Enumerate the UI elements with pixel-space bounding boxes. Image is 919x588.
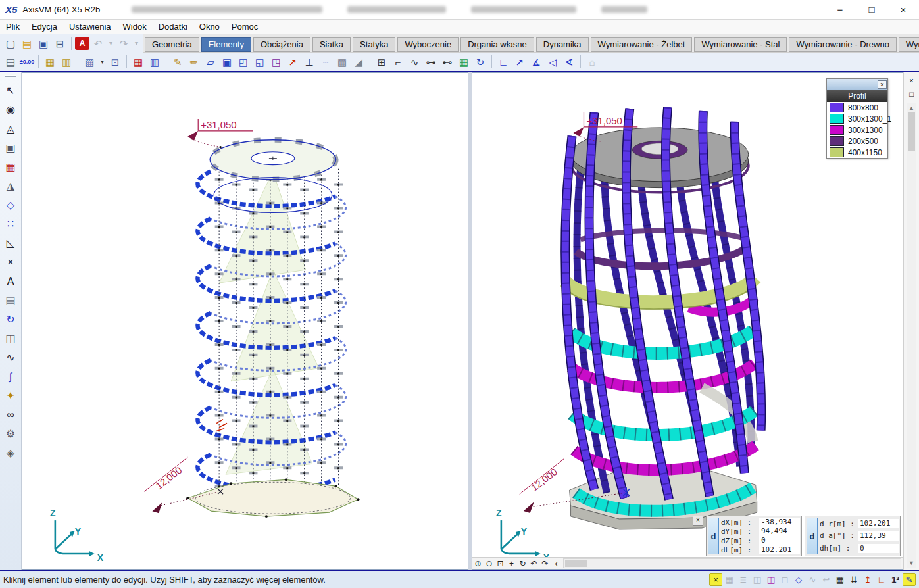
snap-intersection-icon[interactable]: × — [709, 573, 722, 586]
tab-obciazenia[interactable]: Obciążenia — [253, 37, 310, 52]
tab-statyka[interactable]: Statyka — [353, 37, 395, 52]
help-library-icon[interactable]: ▧ — [82, 54, 97, 70]
zoom-icon[interactable]: ◉ — [2, 103, 19, 117]
surface-element-icon[interactable]: ▩ — [334, 54, 350, 70]
reference-axis-icon[interactable]: ∡ — [528, 54, 544, 70]
maximize-button[interactable]: □ — [856, 0, 887, 19]
tab-elementy[interactable]: Elementy — [201, 37, 251, 52]
workplane-toggle-icon[interactable]: ◇ — [792, 573, 805, 586]
legend-item[interactable]: 800x800 — [827, 102, 887, 113]
collapse-viewbar-icon[interactable]: ‹ — [551, 558, 562, 569]
intersect-icon[interactable]: × — [2, 255, 19, 270]
menu-ustawienia[interactable]: Ustawienia — [63, 20, 117, 34]
dof-icon[interactable]: ↻ — [472, 54, 488, 70]
geometry-tools-icon[interactable]: ◺ — [2, 236, 19, 251]
display-mode-icon[interactable]: ▣ — [2, 141, 19, 155]
pane-close-icon[interactable]: × — [906, 75, 917, 86]
background-layer-icon[interactable]: ▤ — [2, 293, 19, 308]
legend-item[interactable]: 300x1300_1 — [827, 113, 887, 124]
legend-close-icon[interactable]: × — [878, 80, 887, 89]
rotate-view-icon[interactable]: ↻ — [517, 558, 528, 569]
cross-section-table-icon[interactable]: ▥ — [147, 54, 162, 70]
menu-edycja[interactable]: Edycja — [26, 20, 63, 34]
reference-angle-icon[interactable]: ∢ — [561, 54, 577, 70]
views-icon[interactable]: ◬ — [2, 122, 19, 136]
layer-manager-icon[interactable]: ▤ — [3, 54, 18, 70]
draw-toggle-icon[interactable]: ✎ — [903, 573, 916, 586]
horizontal-scrollbar[interactable] — [563, 558, 901, 568]
tab-dynamika[interactable]: Dynamika — [536, 37, 589, 52]
tab-geometria[interactable]: Geometria — [145, 37, 199, 52]
selection-frame-icon[interactable]: ◻ — [778, 573, 791, 586]
undo-menu-icon[interactable]: ▾ — [107, 36, 115, 51]
pane-maximize-icon[interactable]: □ — [906, 89, 917, 100]
reference-plane-icon[interactable]: ◁ — [545, 54, 560, 70]
model-info-icon[interactable]: ◈ — [2, 446, 19, 460]
help-library-menu-icon[interactable]: ▾ — [98, 54, 107, 70]
section-line-icon[interactable]: ∿ — [806, 573, 819, 586]
virtual-beam-icon[interactable]: ∫ — [2, 370, 19, 384]
pan-icon[interactable]: + — [506, 558, 517, 569]
scroll-up-icon[interactable]: ▲ — [908, 103, 914, 112]
local-axes-icon[interactable]: ∟ — [875, 573, 888, 586]
zoom-in-icon[interactable]: ⊕ — [472, 558, 484, 569]
scroll-down-icon[interactable]: ▼ — [908, 558, 914, 568]
redo-menu-icon[interactable]: ▾ — [132, 36, 141, 51]
frame-builder-icon[interactable]: ⊞ — [374, 54, 389, 70]
redo-icon[interactable]: ↷ — [116, 36, 132, 51]
vertical-scrollbar[interactable]: ▲ ▼ — [907, 103, 916, 568]
legend-item[interactable]: 200x500 — [827, 135, 887, 147]
load-value-icon[interactable]: ↥ — [861, 573, 874, 586]
drawing-library-icon[interactable]: ⊡ — [107, 54, 123, 70]
scrollbar-thumb[interactable] — [565, 560, 587, 567]
sections-icon[interactable]: ∿ — [2, 351, 19, 365]
report-maker-icon[interactable]: ▥ — [59, 54, 74, 70]
redo-view-icon[interactable]: ↷ — [539, 558, 551, 569]
tab-wyboczenie[interactable]: Wyboczenie — [397, 37, 459, 52]
tab-wymiarowanie-zelbet[interactable]: Wymiarowanie - Żelbet — [591, 37, 693, 52]
domain-union-icon[interactable]: ◰ — [236, 54, 251, 70]
parts-display-icon[interactable]: ◫ — [751, 573, 764, 586]
numbering-icon[interactable]: 1² — [889, 573, 902, 586]
menu-pomoc[interactable]: Pomoc — [226, 20, 264, 34]
tab-wymiarowanie-stal[interactable]: Wymiarowanie - Stal — [694, 37, 787, 52]
rigid-element-icon[interactable]: ⌐ — [390, 54, 406, 70]
undo-icon[interactable]: ↶ — [90, 36, 106, 51]
selection-icon[interactable]: ↖ — [2, 84, 19, 98]
nodal-support-icon[interactable]: ⊥ — [301, 54, 317, 70]
scrollbar-thumb[interactable] — [908, 112, 915, 151]
menu-okno[interactable]: Okno — [193, 20, 226, 34]
storey-icon[interactable]: ⌂ — [584, 54, 600, 70]
active-parts-icon[interactable]: ◫ — [764, 573, 778, 586]
structural-grid-icon[interactable]: ∷ — [2, 217, 19, 232]
legend-item[interactable]: 300x1300 — [827, 124, 887, 135]
direct-drawing-icon[interactable]: ✎ — [170, 54, 186, 70]
table-grid-icon[interactable]: ▦ — [833, 573, 847, 586]
workplanes-icon[interactable]: ◇ — [2, 198, 19, 212]
transform-icon[interactable]: ◮ — [2, 179, 19, 193]
delta-toggle-button[interactable]: d — [807, 518, 818, 554]
tab-wymiarowanie-mur[interactable]: Wymiarowanie - Mur — [899, 37, 919, 52]
minimize-button[interactable]: − — [824, 0, 856, 19]
delta-toggle-button[interactable]: d — [708, 518, 719, 554]
reference-x-icon[interactable]: ∟ — [495, 54, 511, 70]
tab-siatka[interactable]: Siatka — [312, 37, 351, 52]
menu-plik[interactable]: Plik — [0, 20, 26, 34]
settings-icon[interactable]: ⚙ — [2, 427, 19, 441]
close-button[interactable]: × — [887, 0, 919, 19]
zoom-out-icon[interactable]: ⊖ — [484, 558, 495, 569]
save-model-icon[interactable]: ▣ — [36, 36, 51, 51]
link-element-icon[interactable]: ⊷ — [439, 54, 455, 70]
line-support-icon[interactable]: ┄ — [318, 54, 334, 70]
domain-cut-icon[interactable]: ◱ — [252, 54, 268, 70]
object-drawing-icon[interactable]: ✏ — [186, 54, 202, 70]
reference-vector-icon[interactable]: ↗ — [512, 54, 528, 70]
menu-widok[interactable]: Widok — [117, 20, 153, 34]
section-arrow-icon[interactable]: ↩ — [820, 573, 833, 586]
zoom-fit-icon[interactable]: ⊡ — [495, 558, 506, 569]
tab-drgania-wlasne[interactable]: Drgania własne — [460, 37, 534, 52]
load-arrows-icon[interactable]: ⇊ — [847, 573, 860, 586]
spring-element-icon[interactable]: ∿ — [407, 54, 422, 70]
dimension-text-icon[interactable]: A — [2, 274, 19, 289]
table-browser-icon[interactable]: ▦ — [42, 54, 58, 70]
